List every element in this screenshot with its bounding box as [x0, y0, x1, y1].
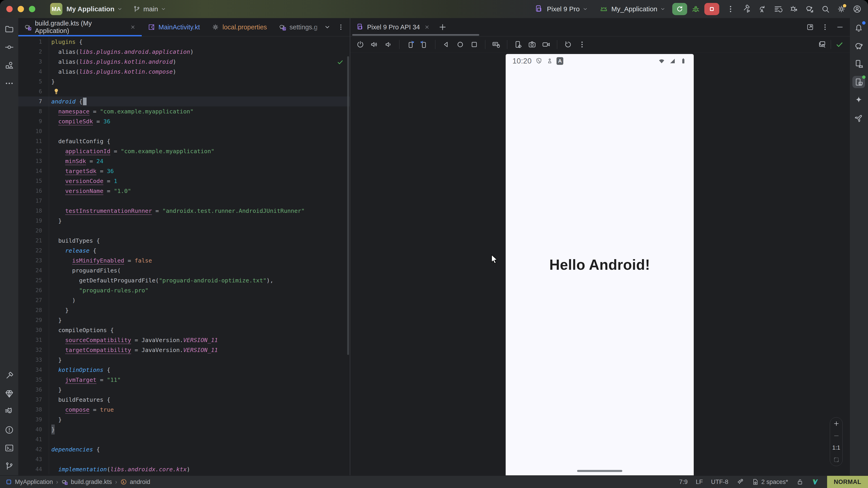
breadcrumb-item-myapplication[interactable]: MyApplication [5, 479, 53, 486]
stop-button[interactable] [704, 3, 719, 15]
line-number[interactable]: 31 [18, 335, 49, 345]
run-configuration[interactable]: My_Application [612, 5, 657, 13]
line-number[interactable]: 1 [18, 37, 49, 47]
version-control-icon[interactable] [3, 460, 16, 472]
line-number[interactable]: 36 [18, 385, 49, 395]
lightbulb-icon[interactable] [53, 88, 60, 95]
tab-options-icon[interactable] [337, 23, 345, 31]
gradle-sync-icon[interactable] [805, 4, 814, 13]
zoom-out-button[interactable] [833, 432, 840, 439]
settings-icon[interactable] [837, 4, 846, 13]
breadcrumb-item-build-gradle-kts[interactable]: build.gradle.kts [61, 479, 112, 486]
panel-options-icon[interactable] [821, 23, 829, 31]
line-number[interactable]: 2 [18, 47, 49, 57]
indent-config[interactable]: 2 spaces* [752, 478, 788, 486]
line-number[interactable]: 6 [18, 87, 49, 96]
chevron-down-icon[interactable] [117, 6, 123, 12]
line-number[interactable]: 9 [18, 116, 49, 126]
line-number[interactable]: 18 [18, 206, 49, 216]
search-everywhere-icon[interactable] [821, 4, 830, 13]
line-number[interactable]: 30 [18, 325, 49, 335]
device-manager-icon[interactable] [852, 58, 865, 70]
line-number[interactable]: 20 [18, 226, 49, 236]
build-icon[interactable] [3, 369, 16, 382]
project-name[interactable]: My Application [66, 5, 114, 13]
line-number[interactable]: 42 [18, 445, 49, 454]
line-number[interactable]: 16 [18, 186, 49, 196]
line-number[interactable]: 7 [18, 96, 49, 106]
close-icon[interactable] [130, 24, 136, 30]
hardware-input-icon[interactable] [490, 39, 502, 51]
project-icon[interactable] [3, 23, 16, 35]
line-number[interactable]: 27 [18, 295, 49, 305]
hide-panel-icon[interactable] [836, 23, 844, 31]
volume-down-icon[interactable] [382, 39, 394, 51]
screen-record-icon[interactable] [540, 39, 552, 51]
chevron-down-icon[interactable] [582, 6, 588, 12]
line-number[interactable]: 29 [18, 315, 49, 325]
problems-icon[interactable] [3, 424, 16, 436]
actual-size-button[interactable]: 1:1 [832, 445, 840, 451]
rotate-right-icon[interactable] [418, 39, 430, 51]
line-number[interactable]: 44 [18, 464, 49, 474]
line-number[interactable]: 8 [18, 106, 49, 116]
line-number[interactable]: 21 [18, 236, 49, 246]
line-number[interactable]: 33 [18, 355, 49, 365]
restore-layout-icon[interactable] [774, 4, 782, 13]
account-icon[interactable] [852, 4, 862, 13]
close-icon[interactable] [424, 24, 430, 30]
sync-icon[interactable] [758, 4, 767, 13]
device-settings-icon[interactable] [512, 39, 524, 51]
notifications-icon[interactable] [852, 22, 865, 34]
navigation-pill[interactable] [577, 470, 622, 472]
back-icon[interactable] [440, 39, 452, 51]
window-minimize-button[interactable] [18, 6, 24, 12]
running-devices-icon[interactable] [852, 76, 865, 88]
breadcrumb-item-android[interactable]: android [120, 479, 150, 486]
layout-inspector-icon[interactable] [816, 39, 828, 51]
power-icon[interactable] [354, 39, 366, 51]
app-quality-insights-icon[interactable] [3, 388, 16, 400]
terminal-icon[interactable] [3, 442, 16, 454]
rotate-left-icon[interactable] [404, 39, 416, 51]
line-number[interactable]: 40 [18, 424, 49, 434]
open-in-window-icon[interactable] [806, 23, 814, 31]
debug-button[interactable] [691, 4, 700, 13]
line-number[interactable]: 25 [18, 275, 49, 285]
line-number[interactable]: 26 [18, 285, 49, 295]
branch-name[interactable]: main [143, 5, 158, 13]
more-actions-icon[interactable] [726, 4, 735, 13]
line-number[interactable]: 35 [18, 375, 49, 385]
line-number[interactable]: 38 [18, 404, 49, 415]
logcat-icon[interactable] [3, 406, 16, 418]
line-number[interactable]: 37 [18, 395, 49, 404]
line-number[interactable]: 43 [18, 454, 49, 464]
whats-new-icon[interactable] [852, 112, 865, 124]
device-screen[interactable]: 10:20 A Hello Android! [506, 54, 694, 476]
inspection-ok-icon[interactable] [337, 59, 344, 66]
editor-tab-settings-gradle[interactable]: settings.g [273, 18, 323, 36]
fit-screen-button[interactable] [833, 456, 840, 463]
window-zoom-button[interactable] [29, 6, 35, 12]
gradle-icon[interactable] [852, 40, 865, 52]
line-number[interactable]: 12 [18, 146, 49, 156]
overview-icon[interactable] [468, 39, 480, 51]
build-run-icon[interactable] [742, 4, 751, 13]
line-number[interactable]: 5 [18, 76, 49, 87]
line-number[interactable]: 39 [18, 415, 49, 424]
rerun-button[interactable] [672, 3, 687, 15]
line-number[interactable]: 23 [18, 256, 49, 265]
hidden-tabs-icon[interactable] [323, 23, 331, 31]
line-number[interactable]: 17 [18, 196, 49, 206]
device-selector[interactable]: Pixel 9 Pro [547, 5, 580, 13]
line-number[interactable]: 22 [18, 246, 49, 256]
line-number[interactable]: 11 [18, 136, 49, 146]
line-number[interactable]: 14 [18, 166, 49, 176]
screenshot-icon[interactable] [526, 39, 538, 51]
status-ok-icon[interactable] [834, 39, 845, 51]
window-close-button[interactable] [6, 6, 13, 12]
add-device-tab-button[interactable] [438, 23, 447, 32]
editor-tab-main-activity[interactable]: MainActivity.kt [142, 18, 206, 36]
more-tools-icon[interactable] [3, 77, 16, 90]
chevron-down-icon[interactable] [659, 6, 666, 12]
